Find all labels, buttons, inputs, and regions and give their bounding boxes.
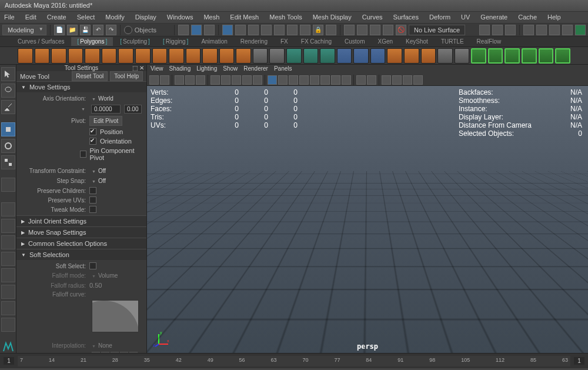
perspective-viewport[interactable]: Verts:000 Edges:000 Faces:000 Tris:000 U… xyxy=(147,86,588,353)
axis-value-input-2[interactable] xyxy=(124,105,142,114)
snap-view-icon[interactable] xyxy=(287,25,298,35)
falloff-mode-dropdown[interactable]: Volume xyxy=(89,272,120,279)
live-surface-field[interactable]: No Live Surface xyxy=(409,25,465,35)
vp-wireframe-shaded-icon[interactable] xyxy=(268,75,277,85)
vp-safe-action-icon[interactable] xyxy=(253,75,262,85)
common-selection-header[interactable]: Common Selection Options xyxy=(16,238,146,249)
history-off-icon[interactable] xyxy=(357,25,368,35)
poly-disc-icon[interactable] xyxy=(118,48,133,64)
vp-grid-icon[interactable] xyxy=(211,75,220,85)
select-mode-radio[interactable] xyxy=(124,26,132,34)
soft-selection-header[interactable]: Soft Selection xyxy=(16,249,146,260)
poly-sphere-icon[interactable] xyxy=(18,48,33,64)
poly-cone-icon[interactable] xyxy=(68,48,83,64)
soft-select-checkbox[interactable] xyxy=(89,262,96,269)
interpolation-dropdown[interactable]: None xyxy=(89,342,115,349)
menu-select[interactable]: Select xyxy=(75,13,97,22)
menu-cache[interactable]: Cache xyxy=(516,13,539,22)
redo-icon[interactable]: ↷ xyxy=(106,25,116,35)
booleans-icon[interactable] xyxy=(353,48,369,64)
poly-platonic-icon[interactable] xyxy=(135,48,151,64)
close-icon[interactable]: ⬚ ✕ xyxy=(132,65,144,71)
vp-image-plane-icon[interactable] xyxy=(175,75,184,85)
shelf-tab-custom[interactable]: Custom xyxy=(339,37,370,46)
menu-mesh[interactable]: Mesh xyxy=(202,13,221,22)
orientation-checkbox[interactable] xyxy=(89,138,96,145)
vp-grease-icon[interactable] xyxy=(196,75,205,85)
select-by-hierarchy-icon[interactable] xyxy=(178,25,189,35)
shelf-tab-animation[interactable]: Animation xyxy=(195,37,233,46)
layout-icon-8[interactable] xyxy=(1,318,15,332)
menu-display[interactable]: Display xyxy=(133,13,158,22)
render-settings-icon[interactable] xyxy=(549,25,560,35)
axis-value-input[interactable] xyxy=(91,105,121,114)
vp-depth-icon[interactable] xyxy=(413,75,423,85)
combine-icon[interactable] xyxy=(286,48,302,64)
menu-help[interactable]: Help xyxy=(546,13,563,22)
snap-point-icon[interactable] xyxy=(248,25,259,35)
menu-file[interactable]: File xyxy=(2,13,16,22)
shelf-tab-rendering[interactable]: Rendering xyxy=(235,37,273,46)
poly-prism-icon[interactable] xyxy=(169,48,184,64)
vp-menu-view[interactable]: View xyxy=(151,65,163,74)
vp-shadows-icon[interactable] xyxy=(310,75,319,85)
layout-four-icon[interactable] xyxy=(492,25,503,35)
vp-menu-show[interactable]: Show xyxy=(223,65,238,74)
hypershade-icon[interactable] xyxy=(562,25,573,35)
select-by-object-icon[interactable] xyxy=(191,25,202,35)
curve-preset-2[interactable] xyxy=(101,352,109,353)
snap-live-icon[interactable] xyxy=(274,25,285,35)
shelf-tab-polygons[interactable]: Polygons xyxy=(71,37,113,46)
rf-icon-1[interactable] xyxy=(471,48,486,64)
menu-edit[interactable]: Edit xyxy=(24,13,38,22)
pin-component-checkbox[interactable] xyxy=(80,151,86,158)
shelf-tab-keyshot[interactable]: KeyShot xyxy=(400,37,434,46)
layout-icon-2[interactable] xyxy=(1,219,15,233)
rotate-tool-icon[interactable] xyxy=(1,139,15,153)
poly-cube-icon[interactable] xyxy=(35,48,50,64)
rf-icon-4[interactable] xyxy=(522,48,537,64)
layout-icon-4[interactable] xyxy=(1,252,15,266)
poly-soccer-icon[interactable] xyxy=(236,48,251,64)
vp-smooth-shade-icon[interactable] xyxy=(278,75,288,85)
save-scene-icon[interactable]: 💾 xyxy=(80,25,91,35)
mirror-icon[interactable] xyxy=(370,48,386,64)
step-snap-dropdown[interactable]: Off xyxy=(89,177,108,185)
shelf-tab-rigging[interactable]: Rigging xyxy=(157,37,194,46)
vp-textured-icon[interactable] xyxy=(289,75,298,85)
vp-resolution-gate-icon[interactable] xyxy=(232,75,241,85)
rf-icon-6[interactable] xyxy=(555,48,570,64)
snap-grid-icon[interactable] xyxy=(222,25,233,35)
rf-icon-5[interactable] xyxy=(539,48,554,64)
move-settings-header[interactable]: Move Settings xyxy=(16,82,146,92)
construction-icon[interactable] xyxy=(370,25,380,35)
multicut-icon[interactable] xyxy=(437,48,453,64)
vp-menu-renderer[interactable]: Renderer xyxy=(243,65,268,74)
vp-bookmark-icon[interactable] xyxy=(160,75,169,85)
vp-gamma-icon[interactable] xyxy=(392,75,402,85)
shelf-tab-curves[interactable]: Curves / Surfaces xyxy=(12,37,70,46)
bevel-icon[interactable] xyxy=(421,48,436,64)
tweak-mode-checkbox[interactable] xyxy=(89,206,96,213)
poly-plane-icon[interactable] xyxy=(102,48,117,64)
vp-motion-blur-icon[interactable] xyxy=(331,75,340,85)
vp-menu-lighting[interactable]: Lighting xyxy=(196,65,217,74)
rf-icon-2[interactable] xyxy=(488,48,503,64)
shelf-tab-turtle[interactable]: TURTLE xyxy=(435,37,470,46)
move-snap-header[interactable]: Move Snap Settings xyxy=(16,227,146,238)
vp-view-transform-icon[interactable] xyxy=(403,75,412,85)
curve-preset-1[interactable] xyxy=(92,352,100,353)
menu-uv[interactable]: UV xyxy=(459,13,472,22)
shelf-tab-xgen[interactable]: XGen xyxy=(372,37,399,46)
new-scene-icon[interactable]: 📄 xyxy=(54,25,65,35)
menu-modify[interactable]: Modify xyxy=(103,13,126,22)
last-tool-icon[interactable] xyxy=(1,178,15,192)
xform-icon[interactable] xyxy=(326,25,336,35)
smooth-icon[interactable] xyxy=(337,48,352,64)
vp-exposure-icon[interactable] xyxy=(382,75,391,85)
layout-outliner-icon[interactable] xyxy=(505,25,516,35)
snap-plane-icon[interactable] xyxy=(261,25,272,35)
select-by-component-icon[interactable] xyxy=(204,25,215,35)
open-scene-icon[interactable]: 📁 xyxy=(67,25,78,35)
vp-menu-panels[interactable]: Panels xyxy=(274,65,292,74)
